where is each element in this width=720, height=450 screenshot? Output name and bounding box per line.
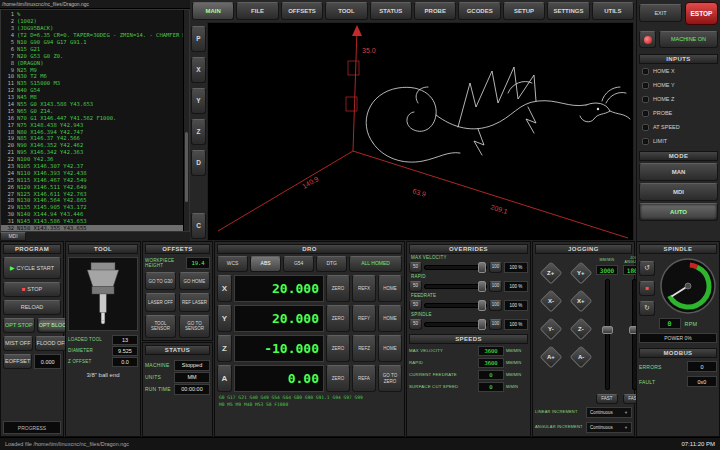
jog-button[interactable]: Y+ <box>570 262 593 285</box>
gcode-line[interactable]: 3 (JOG95BACK) <box>1 25 183 32</box>
view-tab-button[interactable]: Y <box>191 88 206 114</box>
gcode-scrollbar[interactable] <box>183 10 189 231</box>
gcode-line[interactable]: 4 (T2 D=6.35 CR=0. TAPER=30DEG - ZMIN=14… <box>1 32 183 39</box>
reload-button[interactable]: RELOAD <box>3 300 61 315</box>
gcode-line[interactable]: 18 N80 X146.394 Y42.747 <box>1 128 183 135</box>
offsets-button[interactable]: LASER OFF <box>145 293 176 311</box>
gcode-line[interactable]: 13 N45 M8 <box>1 94 183 101</box>
eoffset-button[interactable]: EOFFSET <box>3 354 32 369</box>
override-min-button[interactable]: 50 <box>409 300 422 311</box>
jog-button[interactable]: A+ <box>540 346 563 369</box>
jog-linear-fast-button[interactable]: FAST <box>596 394 618 404</box>
scrollbar-thumb[interactable] <box>185 132 188 203</box>
axis-ref-button[interactable]: REFZ <box>352 335 376 362</box>
mode-auto-button[interactable]: AUTO <box>639 203 718 221</box>
tab-mdi[interactable]: MDI <box>0 232 26 241</box>
menu-item[interactable]: STATUS <box>370 2 412 20</box>
gcode-line[interactable]: 15 N65 G0 Z14. <box>1 107 183 114</box>
offsets-button[interactable]: REF LASER <box>179 293 210 311</box>
gcode-line[interactable]: 28 N130 X146.564 Y42.865 <box>1 197 183 204</box>
axis-home-button[interactable]: GO TO ZERO <box>378 365 402 392</box>
cycle-start-button[interactable]: ▶ CYCLE START <box>3 257 61 279</box>
axis-zero-button[interactable]: ZERO <box>326 335 350 362</box>
menu-item[interactable]: OFFSETS <box>281 2 323 20</box>
override-slider[interactable] <box>424 303 487 308</box>
gcode-line[interactable]: 14 N55 G0 X143.588 Y43.653 <box>1 101 183 108</box>
angular-increment-dropdown[interactable]: Continuous▼ <box>586 422 632 433</box>
menu-item[interactable]: PROBE <box>414 2 456 20</box>
menu-item[interactable]: FILE <box>236 2 278 20</box>
mist-button[interactable]: MIST OFF <box>3 336 33 351</box>
override-max-button[interactable]: 100 <box>489 300 502 311</box>
dro-mode-button[interactable]: G54 <box>283 256 314 272</box>
axis-select-button[interactable]: X <box>217 275 232 302</box>
menu-item[interactable]: SETTINGS <box>547 2 589 20</box>
offsets-button[interactable]: GO HOME <box>179 272 210 290</box>
jog-linear-slider[interactable] <box>605 279 610 390</box>
jog-button[interactable]: X- <box>540 290 563 313</box>
gcode-line[interactable]: 24 N110 X146.393 Y42.438 <box>1 169 183 176</box>
axis-zero-button[interactable]: ZERO <box>326 305 350 332</box>
view-tab-button[interactable]: X <box>191 57 206 83</box>
axis-home-button[interactable]: HOME <box>378 305 402 332</box>
spindle-ccw-button[interactable]: ↺ <box>639 261 655 276</box>
offsets-button[interactable]: GO TO G30 <box>145 272 176 290</box>
menu-item[interactable]: TOOL <box>325 2 367 20</box>
gcode-line[interactable]: 16 N70 G1 X146.447 Y41.562 F1000. <box>1 114 183 121</box>
axis-home-button[interactable]: HOME <box>378 275 402 302</box>
view-tab-button[interactable]: Z <box>191 119 206 145</box>
stop-button[interactable]: ■ STOP <box>3 282 61 297</box>
machine-power-indicator-button[interactable] <box>639 31 656 48</box>
override-max-button[interactable]: 100 <box>489 281 502 292</box>
slider-thumb[interactable] <box>478 281 486 292</box>
axis-select-button[interactable]: Z <box>217 335 232 362</box>
override-slider[interactable] <box>424 265 487 270</box>
override-max-button[interactable]: 100 <box>489 319 502 330</box>
gcode-line[interactable]: 6 N15 G21 <box>1 45 183 52</box>
spindle-stop-button[interactable]: ■ <box>639 281 655 296</box>
gcode-line[interactable]: 10 N30 T2 M6 <box>1 73 183 80</box>
axis-zero-button[interactable]: ZERO <box>326 365 350 392</box>
menu-item[interactable]: SETUP <box>503 2 545 20</box>
mode-man-button[interactable]: MAN <box>639 163 718 181</box>
override-min-button[interactable]: 50 <box>409 319 422 330</box>
mode-mdi-button[interactable]: MDI <box>639 183 718 201</box>
gcode-preview-canvas[interactable]: 35.0 140.9 63.9 209.1 <box>207 22 634 241</box>
axis-ref-button[interactable]: REFX <box>352 275 376 302</box>
slider-thumb[interactable] <box>602 326 613 334</box>
opt-stop-button[interactable]: OPT STOP <box>3 318 35 333</box>
gcode-line[interactable]: 25 N115 X146.467 Y42.549 <box>1 176 183 183</box>
slider-thumb[interactable] <box>478 319 486 330</box>
gcode-line[interactable]: 1 % <box>1 11 183 18</box>
jog-button[interactable]: Y- <box>540 318 563 341</box>
view-tab-button[interactable]: D <box>191 150 206 176</box>
gcode-line[interactable]: 23 N105 X146.307 Y42.37 <box>1 163 183 170</box>
gcode-line[interactable]: 27 N125 X146.611 Y42.763 <box>1 190 183 197</box>
gcode-line[interactable]: 30 N140 X144.94 Y43.446 <box>1 211 183 218</box>
axis-home-button[interactable]: HOME <box>378 335 402 362</box>
axis-select-button[interactable]: Y <box>217 305 232 332</box>
gcode-line[interactable]: 31 N145 X143.586 Y43.653 <box>1 218 183 225</box>
axis-ref-button[interactable]: REFY <box>352 305 376 332</box>
gcode-line[interactable]: 11 N35 S15000 M3 <box>1 80 183 87</box>
dro-mode-button[interactable]: WCS <box>217 256 248 272</box>
override-slider[interactable] <box>424 322 487 327</box>
gcode-line[interactable]: 8 (DRAGON) <box>1 59 183 66</box>
override-min-button[interactable]: 50 <box>409 262 422 273</box>
jog-button[interactable]: Z- <box>570 318 593 341</box>
gcode-line[interactable]: 19 N85 X146.37 Y42.566 <box>1 135 183 142</box>
jog-button[interactable]: X+ <box>570 290 593 313</box>
override-max-button[interactable]: 100 <box>489 262 502 273</box>
gcode-line[interactable]: 32 N150 X143.355 Y43.655 <box>1 225 183 231</box>
gcode-line[interactable]: 22 N100 Y42.36 <box>1 156 183 163</box>
machine-on-button[interactable]: MACHINE ON <box>659 31 718 48</box>
gcode-line[interactable]: 2 (1002) <box>1 18 183 25</box>
override-min-button[interactable]: 50 <box>409 281 422 292</box>
menu-item[interactable]: GCODES <box>458 2 500 20</box>
dro-mode-button[interactable]: ABS <box>250 256 281 272</box>
jog-button[interactable]: Z+ <box>540 262 563 285</box>
view-tab-button[interactable]: C <box>191 213 206 239</box>
offsets-button[interactable]: TOOL SENSOR <box>145 315 176 338</box>
gcode-line[interactable]: 26 N120 X146.511 Y42.649 <box>1 183 183 190</box>
gcode-line[interactable]: 12 N40 G54 <box>1 87 183 94</box>
